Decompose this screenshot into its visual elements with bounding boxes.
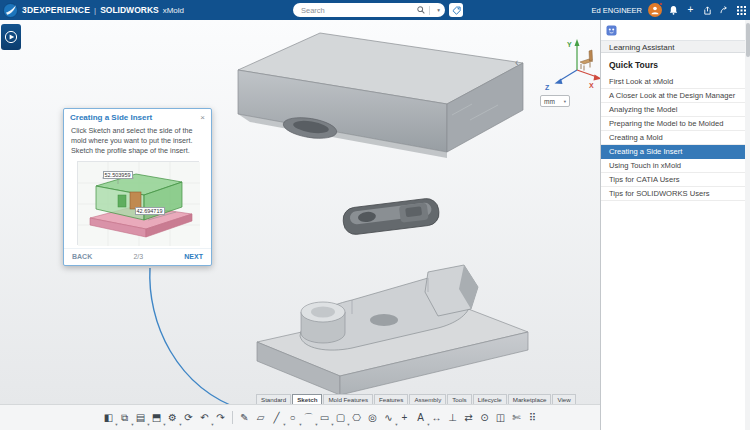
- 3dexperience-compass-icon[interactable]: [3, 3, 18, 18]
- spline-tool-button[interactable]: ∿: [381, 409, 396, 427]
- slot-tool-button[interactable]: ▢: [333, 409, 348, 427]
- back-button[interactable]: BACK: [72, 253, 92, 260]
- tab-assembly[interactable]: Assembly: [409, 394, 446, 404]
- action-toolbar: ◧ ⧉ ▤ ⬒ ⚙ ⟳ ↶ ↷ ✎ ▱ ╱ ○ ⌒ ▭ ▢ ⎔ ◎ ∿ + A …: [0, 404, 600, 430]
- tour-item-design-manager[interactable]: A Closer Look at the Design Manager: [601, 89, 750, 103]
- notification-dot: [659, 2, 663, 6]
- user-avatar[interactable]: [648, 3, 662, 17]
- page-indicator: 2/3: [133, 253, 143, 260]
- undo-tool-button[interactable]: ↶: [197, 409, 212, 427]
- component-tool-button[interactable]: ⬒: [149, 409, 164, 427]
- settings-gear-tool-button[interactable]: ⚙: [165, 409, 180, 427]
- search-area: Search ▾: [293, 3, 463, 17]
- brand-name: 3DEXPERIENCE: [22, 5, 90, 15]
- tour-item-analyzing-model[interactable]: Analyzing the Model: [601, 103, 750, 117]
- add-content-icon[interactable]: +: [685, 3, 696, 17]
- user-name[interactable]: Ed ENGINEER: [592, 6, 642, 15]
- tour-item-creating-side-insert[interactable]: Creating a Side Insert: [601, 145, 750, 159]
- toolbar-separator: [232, 411, 233, 424]
- top-bar: 3DEXPERIENCE | SOLIDWORKS xMold Search ▾…: [0, 0, 750, 20]
- tutorial-popup: Creating a Side Insert × Click Sketch an…: [63, 108, 212, 266]
- tag-icon: [452, 6, 461, 15]
- rectangle-tool-button[interactable]: ▭: [317, 409, 332, 427]
- tab-sketch[interactable]: Sketch: [292, 394, 322, 404]
- tab-standard[interactable]: Standard: [256, 394, 291, 404]
- tour-item-first-look[interactable]: First Look at xMold: [601, 75, 750, 89]
- panel-collapse-chevron-icon[interactable]: ‹: [515, 57, 518, 68]
- pattern-tool-button[interactable]: ⠿: [525, 409, 540, 427]
- dimension-tool-button[interactable]: ↔: [429, 409, 444, 427]
- line-tool-button[interactable]: ╱: [269, 409, 284, 427]
- search-placeholder: Search: [301, 6, 417, 15]
- ellipse-tool-button[interactable]: ◎: [365, 409, 380, 427]
- next-button[interactable]: NEXT: [184, 253, 203, 260]
- save-tool-button[interactable]: ▤: [133, 409, 148, 427]
- user-area: Ed ENGINEER +: [592, 0, 747, 20]
- brand-block: 3DEXPERIENCE | SOLIDWORKS xMold: [0, 3, 184, 18]
- text-tool-button[interactable]: A: [413, 409, 428, 427]
- tab-view[interactable]: View: [552, 394, 575, 404]
- close-icon[interactable]: ×: [200, 113, 205, 122]
- panel-scrollbar-thumb[interactable]: [746, 23, 750, 57]
- share-icon[interactable]: [702, 3, 713, 17]
- tour-item-catia-tips[interactable]: Tips for CATIA Users: [601, 173, 750, 187]
- units-dropdown[interactable]: mm ▾: [540, 95, 570, 107]
- forward-arrow-icon[interactable]: [719, 3, 730, 17]
- brand-divider: |: [94, 6, 96, 15]
- tab-marketplace[interactable]: Marketplace: [508, 394, 552, 404]
- notifications-bell-icon[interactable]: [668, 3, 679, 17]
- tag-button[interactable]: [449, 3, 463, 17]
- assistant-app-icon[interactable]: [606, 25, 617, 36]
- tab-lifecycle[interactable]: Lifecycle: [473, 394, 507, 404]
- paste-tool-button[interactable]: ⧉: [117, 409, 132, 427]
- tab-features[interactable]: Features: [374, 394, 408, 404]
- search-divider: [429, 6, 430, 15]
- assistant-panel-title: Learning Assistant: [601, 40, 750, 53]
- dimension-width-label: 52.503959: [103, 171, 133, 179]
- tour-item-using-touch[interactable]: Using Touch in xMold: [601, 159, 750, 173]
- tab-tools[interactable]: Tools: [447, 394, 471, 404]
- tutorial-image-frame: 52.503959 42.694719: [77, 161, 199, 245]
- polygon-tool-button[interactable]: ⎔: [349, 409, 364, 427]
- mirror-tool-button[interactable]: ◫: [493, 409, 508, 427]
- tour-item-preparing-model[interactable]: Preparing the Model to be Molded: [601, 117, 750, 131]
- units-value: mm: [544, 98, 555, 105]
- app-variant: xMold: [163, 6, 184, 15]
- dimension-height-label: 42.694719: [135, 207, 165, 215]
- constraint-tool-button[interactable]: ⊥: [445, 409, 460, 427]
- tutorial-image: [78, 162, 200, 246]
- application-window: 3DEXPERIENCE | SOLIDWORKS xMold Search ▾…: [0, 0, 750, 430]
- learning-assistant-panel: Learning Assistant Quick Tours First Loo…: [600, 20, 750, 430]
- app-name: SOLIDWORKS: [100, 5, 159, 15]
- arc-tool-button[interactable]: ⌒: [301, 409, 316, 427]
- search-input[interactable]: Search ▾: [293, 3, 445, 17]
- tour-item-creating-mold[interactable]: Creating a Mold: [601, 131, 750, 145]
- refresh-tool-button[interactable]: ⟳: [181, 409, 196, 427]
- quick-tours-list: First Look at xMold A Closer Look at the…: [601, 75, 750, 201]
- compass-play-button[interactable]: [1, 24, 21, 50]
- quick-tours-heading: Quick Tours: [601, 53, 750, 75]
- offset-tool-button[interactable]: ⊙: [477, 409, 492, 427]
- search-scope-chevron-icon[interactable]: ▾: [437, 7, 440, 13]
- search-icon[interactable]: [417, 6, 425, 14]
- sketch-tool-button[interactable]: ✎: [237, 409, 252, 427]
- tutorial-title: Creating a Side Insert: [70, 113, 152, 122]
- redo-tool-button[interactable]: ↷: [213, 409, 228, 427]
- plane-tool-button[interactable]: ▱: [253, 409, 268, 427]
- apps-grid-icon[interactable]: [736, 3, 747, 17]
- tab-mold-features[interactable]: Mold Features: [323, 394, 373, 404]
- tutorial-body-text: Click Sketch and select the side of the …: [64, 124, 211, 157]
- panel-scrollbar[interactable]: [745, 20, 750, 430]
- units-chevron-icon: ▾: [564, 99, 566, 104]
- tour-item-solidworks-tips[interactable]: Tips for SOLIDWORKS Users: [601, 187, 750, 201]
- circle-tool-button[interactable]: ○: [285, 409, 300, 427]
- trim-tool-button[interactable]: ✄: [509, 409, 524, 427]
- point-tool-button[interactable]: +: [397, 409, 412, 427]
- view-mode-tool-button[interactable]: ◧: [101, 409, 116, 427]
- ribbon-tab-bar: Standard Sketch Mold Features Features A…: [256, 394, 577, 404]
- convert-entities-tool-button[interactable]: ⇄: [461, 409, 476, 427]
